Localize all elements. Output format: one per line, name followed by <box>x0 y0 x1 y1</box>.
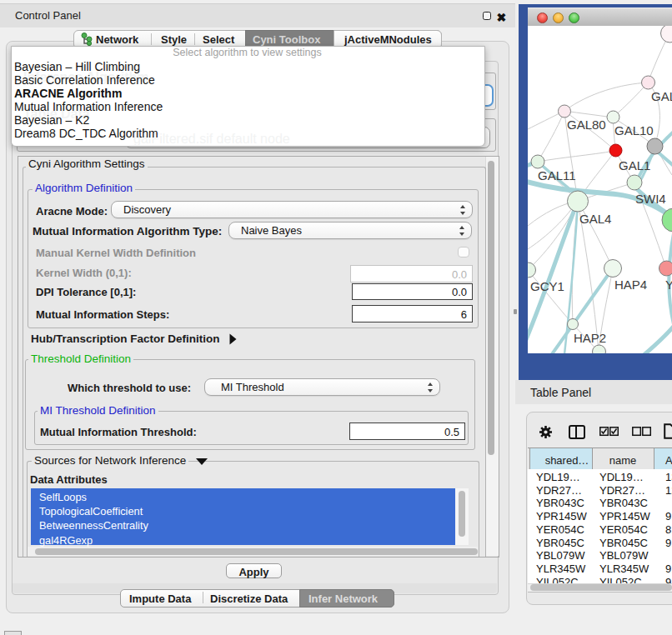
svg-text:GAL10: GAL10 <box>614 123 654 138</box>
svg-text:HAP4: HAP4 <box>614 278 647 292</box>
svg-text:Y: Y <box>665 278 672 292</box>
svg-text:GCY1: GCY1 <box>530 279 564 293</box>
svg-text:HAP2: HAP2 <box>574 331 606 345</box>
svg-text:GAL4: GAL4 <box>579 212 611 226</box>
svg-text:SWI4: SWI4 <box>635 192 666 206</box>
svg-text:GAL1: GAL1 <box>619 158 650 172</box>
svg-text:GAL2: GAL2 <box>651 89 672 103</box>
svg-text:GAL80: GAL80 <box>567 118 606 132</box>
svg-text:GAL11: GAL11 <box>538 168 576 182</box>
